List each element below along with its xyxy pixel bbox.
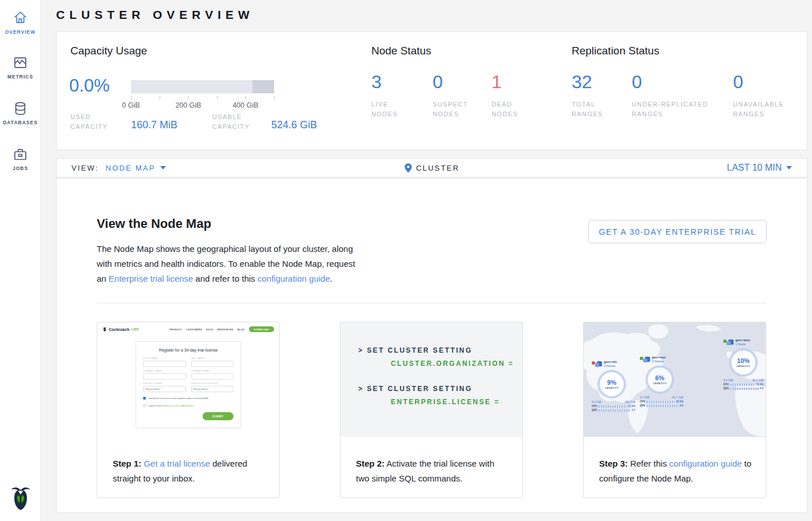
capacity-label: CAPACITY — [605, 386, 619, 389]
total-ranges-label: TOTAL RANGES — [572, 100, 617, 119]
qps-label: QPS — [640, 404, 645, 407]
get-trial-license-link[interactable]: Get a trial license — [144, 459, 210, 468]
sidebar-item-overview[interactable]: OVERVIEW — [0, 10, 41, 35]
sidebar-item-label: METRICS — [0, 74, 41, 80]
sidebar-item-label: DATABASES — [0, 120, 41, 125]
qps-value: 4.7 — [632, 409, 635, 412]
under-replicated-value: 0 — [632, 72, 729, 92]
sidebar-item-label: JOBS — [0, 165, 41, 171]
step-3-card: geo=sfo2 Nodes 9% CAPACITY 3.2 GiB351 Gi… — [583, 322, 766, 498]
node-cluster-icon — [597, 361, 602, 366]
caption-text: Refer this — [630, 459, 667, 468]
node-map-description: The Node Map shows the geographical layo… — [97, 242, 366, 286]
mini-trial-form: Register for a 30-day trial license FIRS… — [136, 341, 241, 428]
locality-name: geo=nyc — [652, 356, 666, 359]
capacity-percent: 0.0% — [69, 76, 110, 96]
cluster-overview-screen: OVERVIEW METRICS DATABASES JOBS CLUSTER — [0, 0, 812, 521]
node-map-heading: View the Node Map — [97, 216, 211, 231]
cpu-value: 53.3% — [756, 383, 763, 386]
capacity-label: CAPACITY — [653, 382, 667, 385]
time-range-dropdown[interactable]: LAST 10 MIN — [727, 163, 792, 173]
mini-submit-button: SUBMIT — [203, 412, 233, 420]
dead-nodes-stat: 1 DEAD NODES — [492, 72, 537, 119]
mini-checkbox-checked — [143, 397, 146, 400]
usable-capacity-value: 524.6 GiB — [271, 119, 317, 131]
suspect-nodes-stat: 0 SUSPECT NODES — [433, 72, 481, 119]
step-2-caption: Step 2: Activate the trial license with … — [356, 456, 510, 486]
briefcase-icon — [13, 147, 28, 162]
unavailable-ranges-value: 0 — [733, 72, 796, 92]
configuration-guide-link[interactable]: configuration guide — [670, 459, 742, 468]
mini-nav-item: RESOURCES — [217, 328, 233, 331]
suspect-nodes-value: 0 — [433, 72, 481, 92]
mini-field-label: COMPANY EMAIL — [191, 370, 234, 372]
sidebar-item-label: OVERVIEW — [0, 29, 41, 35]
step-2-card: > SET CLUSTER SETTING CLUSTER.ORGANIZATI… — [340, 322, 523, 498]
qps-sparkline — [730, 388, 759, 390]
database-icon — [13, 101, 28, 116]
configuration-guide-link[interactable]: configuration guide — [258, 274, 330, 283]
node-count: 1 Node — [735, 342, 750, 346]
mini-checkbox — [143, 404, 146, 407]
used-capacity-value: 160.7 MiB — [131, 119, 177, 131]
mini-brand-text: Cockroach — [109, 327, 129, 331]
total-value: 36.4 GiB — [752, 378, 763, 382]
mini-brand-suffix: LABS — [131, 327, 139, 331]
node-cluster-icon — [645, 357, 650, 362]
cockroach-icon — [9, 484, 33, 512]
suspect-nodes-label: SUSPECT NODES — [433, 100, 481, 119]
mini-select: Please Select — [191, 386, 234, 392]
code-line: > SET CLUSTER SETTING — [358, 346, 522, 354]
under-replicated-stat: 0 UNDER-REPLICATED RANGES — [632, 72, 729, 119]
node-map-preview: geo=sfo2 Nodes 9% CAPACITY 3.2 GiB351 Gi… — [584, 322, 766, 437]
under-replicated-label: UNDER-REPLICATED RANGES — [632, 100, 729, 119]
step-number: Step 2: — [356, 459, 385, 468]
cpu-label: CPU — [640, 400, 645, 403]
map-node-nyc: geo=nyc2 Nodes 6% CAPACITY 3.7 GiB43.7 G… — [640, 356, 683, 407]
total-ranges-stat: 32 TOTAL RANGES — [572, 72, 617, 119]
enterprise-trial-button[interactable]: GET A 30-DAY ENTERPRISE TRIAL — [588, 220, 767, 243]
capacity-percent: 9% — [607, 379, 616, 386]
divider — [97, 303, 767, 303]
gauge-tick — [131, 96, 132, 99]
mini-input — [143, 373, 186, 380]
sidebar-item-metrics[interactable]: METRICS — [0, 55, 41, 80]
dead-nodes-label: DEAD NODES — [492, 100, 537, 119]
mini-form-title: Register for a 30-day trial license — [143, 348, 233, 352]
description-text: and refer to this — [193, 274, 258, 283]
capacity-usage-title: Capacity Usage — [70, 45, 147, 57]
code-line: ENTERPRISE.LICENSE = — [391, 398, 522, 406]
mini-nav-item: BLOG — [237, 328, 245, 331]
mini-nav-item: CUSTOMERS — [186, 328, 202, 331]
qps-sparkline — [599, 409, 631, 412]
enterprise-trial-license-link[interactable]: Enterprise trial license — [109, 274, 193, 283]
view-selector-dropdown[interactable]: NODE MAP — [106, 164, 166, 172]
sidebar-item-jobs[interactable]: JOBS — [0, 147, 41, 171]
dead-nodes-value: 1 — [492, 72, 537, 92]
mini-checkbox-label: I would like to receive email updates ab… — [148, 397, 209, 400]
node-status-title: Node Status — [371, 45, 431, 57]
view-label: VIEW: — [72, 164, 99, 172]
home-icon — [13, 10, 28, 26]
chevron-down-icon — [786, 166, 792, 169]
live-nodes-value: 3 — [371, 72, 417, 92]
live-nodes-stat: 3 LIVE NODES — [371, 72, 417, 119]
total-value: 43.7 GiB — [672, 396, 683, 399]
cpu-label: CPU — [723, 383, 729, 386]
mini-nav-item: PRODUCT — [169, 328, 182, 331]
replication-status-title: Replication Status — [572, 45, 659, 57]
gauge-tick — [245, 96, 246, 99]
used-value: 3.2 GiB — [592, 400, 601, 404]
used-capacity-label: USED CAPACITY — [70, 112, 112, 132]
code-line: CLUSTER.ORGANIZATION = — [391, 360, 522, 368]
cpu-label: CPU — [592, 405, 597, 408]
sidebar-item-databases[interactable]: DATABASES — [0, 101, 41, 125]
unavailable-ranges-label: UNAVAILABLE RANGES — [733, 100, 796, 119]
mini-field-label: LAST NAME — [191, 357, 234, 360]
qps-sparkline — [647, 405, 679, 407]
qps-label: QPS — [723, 387, 729, 390]
capacity-gauge-segment — [252, 80, 274, 93]
location-pin-icon — [404, 163, 412, 173]
gauge-tick — [188, 96, 189, 99]
mini-input — [143, 361, 186, 367]
